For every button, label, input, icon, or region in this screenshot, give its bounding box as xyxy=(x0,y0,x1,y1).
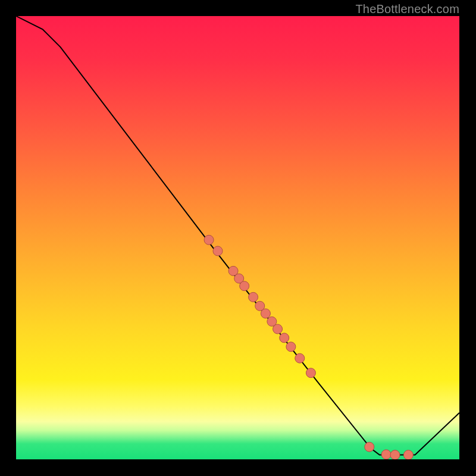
chart-marker xyxy=(249,292,258,302)
chart-marker xyxy=(213,246,223,256)
chart-marker xyxy=(204,235,214,245)
chart-marker xyxy=(261,309,270,318)
chart-markers xyxy=(204,235,413,459)
chart-marker xyxy=(280,333,289,343)
plot-area xyxy=(16,16,459,459)
chart-frame: TheBottleneck.com xyxy=(0,0,476,476)
chart-marker xyxy=(286,342,296,352)
chart-marker xyxy=(365,442,374,452)
chart-marker xyxy=(295,353,305,363)
chart-curve xyxy=(16,16,459,455)
chart-marker xyxy=(306,368,315,378)
chart-marker xyxy=(273,324,283,334)
attribution-text: TheBottleneck.com xyxy=(355,2,459,16)
chart-marker xyxy=(240,281,249,291)
chart-marker xyxy=(390,450,400,459)
chart-svg xyxy=(16,16,459,459)
chart-marker xyxy=(381,450,391,459)
chart-marker xyxy=(403,450,413,459)
